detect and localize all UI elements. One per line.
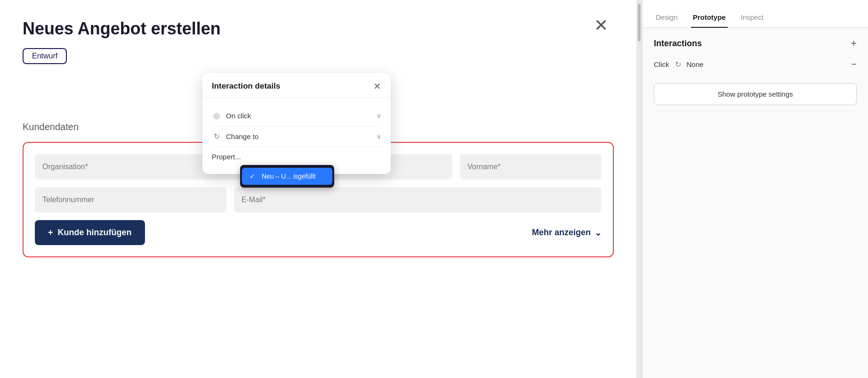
dropdown-check-icon: ✓ [249,173,257,180]
action-chevron[interactable]: ∨ [377,133,381,140]
form-row-2 [35,187,602,213]
interactions-header: Interactions + [654,37,857,49]
panel-content: Interactions + Click ↻ None − Show proto… [643,28,868,378]
trigger-label[interactable]: On click [226,112,372,120]
dropdown-item-selected[interactable]: ✓ Neu – U... isgefüllt [242,168,332,185]
trigger-chevron[interactable]: ∨ [377,112,381,119]
add-customer-button[interactable]: + Kunde hinzufügen [35,220,145,245]
scrollbar-track[interactable] [636,0,642,378]
interaction-action[interactable]: None [687,60,846,68]
remove-interaction-button[interactable]: − [851,59,857,70]
modal-close-button[interactable]: ✕ [594,17,608,34]
property-label[interactable]: Propert... [212,153,381,161]
plus-icon: + [48,228,53,238]
add-interaction-button[interactable]: + [851,37,857,49]
popup-title: Interaction details [212,82,280,91]
email-input[interactable] [234,187,602,213]
tab-design[interactable]: Design [654,8,680,28]
chevron-down-icon: ⌄ [595,228,602,238]
vorname-input[interactable] [460,154,602,180]
main-canvas: ✕ Neues Angebot erstellen Entwurf 85 × 2… [0,0,636,378]
add-customer-label: Kunde hinzufügen [58,228,132,238]
interaction-details-popup: Interaction details ✕ ◎ On click ∨ ↻ Cha… [202,73,391,174]
page-title: Neues Angebot erstellen [23,19,614,39]
mehr-anzeigen-button[interactable]: Mehr anzeigen ⌄ [532,228,602,238]
popup-header: Interaction details ✕ [202,73,391,98]
action-label[interactable]: Change to [226,132,372,140]
property-dropdown[interactable]: ✓ Neu – U... isgefüllt [240,165,334,188]
interaction-trigger[interactable]: Click [654,60,669,68]
refresh-icon: ↻ [675,60,681,69]
popup-close-button[interactable]: ✕ [373,82,381,91]
mehr-label: Mehr anzeigen [532,228,591,238]
form-footer: + Kunde hinzufügen Mehr anzeigen ⌄ [35,220,602,245]
property-row: Propert... ✓ Neu – U... isgefüllt [212,147,381,166]
popup-body: ◎ On click ∨ ↻ Change to ∨ Propert... ✓ … [202,98,391,174]
right-panel: Design Prototype Inspect Interactions + … [642,0,868,378]
telefon-input[interactable] [35,187,226,213]
action-icon: ↻ [212,132,221,141]
trigger-row: ◎ On click ∨ [212,106,381,126]
trigger-icon: ◎ [212,111,221,120]
scrollbar-thumb[interactable] [638,4,641,41]
status-badge[interactable]: Entwurf [23,48,67,64]
interaction-row: Click ↻ None − [654,59,857,70]
action-row: ↻ Change to ∨ [212,126,381,147]
interactions-title: Interactions [654,39,702,49]
panel-tabs: Design Prototype Inspect [643,0,868,28]
tab-prototype[interactable]: Prototype [691,8,728,28]
tab-inspect[interactable]: Inspect [739,8,765,28]
show-prototype-settings-button[interactable]: Show prototype settings [654,83,857,105]
dropdown-item-label: Neu – U... isgefüllt [262,173,315,180]
